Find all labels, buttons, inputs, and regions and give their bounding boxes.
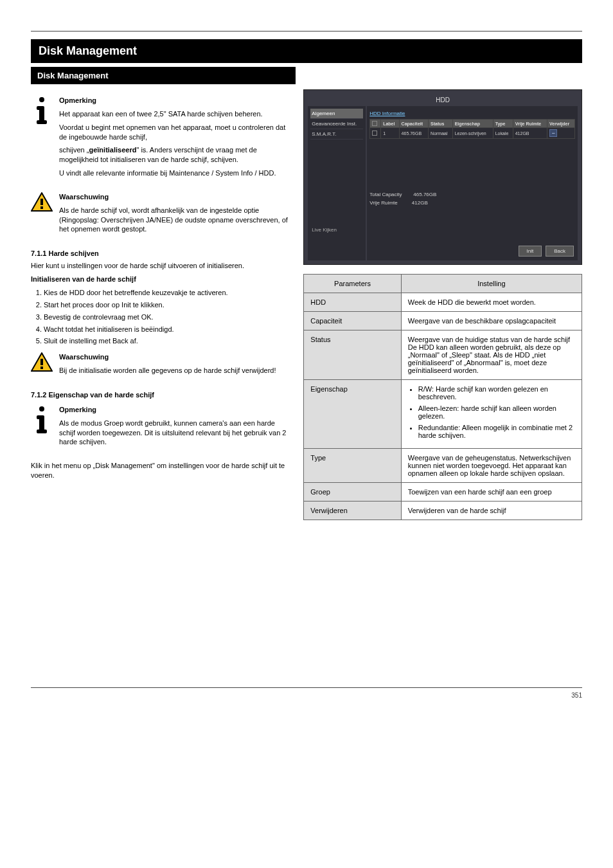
two-columns: Opmerking Het apparaat kan een of twee 2… — [31, 89, 582, 520]
info-icon — [31, 96, 53, 124]
cell-param: Type — [304, 449, 401, 483]
svg-rect-12 — [37, 415, 42, 419]
th-setting: Instelling — [401, 275, 582, 293]
cell-status: Normaal — [429, 128, 453, 139]
cell-value: Verwijderen van de harde schijf — [401, 502, 582, 520]
th-vrij: Vrije Ruimte — [513, 120, 547, 128]
cell-value: Weergave van de geheugenstatus. Netwerks… — [401, 449, 582, 483]
list-item: Alleen-lezen: harde schijf kan alleen wo… — [418, 404, 575, 420]
th-param: Parameters — [304, 275, 401, 293]
cell-label: 1 — [381, 128, 399, 139]
svg-rect-2 — [37, 106, 42, 110]
table-row: Eigenschap R/W: Harde schijf kan worden … — [304, 380, 582, 449]
cell-param: Eigenschap — [304, 380, 401, 449]
note-info-1: Opmerking Het apparaat kan een of twee 2… — [31, 96, 288, 182]
dm-p1-pre: Klik in het menu op „Disk Management" om… — [31, 462, 204, 469]
cell-param: Groep — [304, 483, 401, 502]
ss-main: HDD Informatie Label Capaciteit Status E… — [367, 106, 578, 260]
page-footer: 351 — [31, 687, 582, 699]
table-row[interactable]: 1 465.76GB Normaal Lezen-schrijven Lokal… — [370, 128, 575, 139]
note-info-2: Opmerking Als de modus Groep wordt gebru… — [31, 405, 288, 451]
svg-rect-9 — [40, 366, 43, 369]
heading-prop: 7.1.2 Eigenschap van de harde schijf — [31, 391, 288, 399]
sub-banner: Disk Management — [31, 67, 296, 84]
table-header-row: Label Capaciteit Status Eigenschap Type … — [370, 120, 575, 128]
ss-summary: Total Capacity 465.76GB Vrije Ruimte 412… — [369, 190, 575, 207]
note-title: Opmerking — [59, 96, 288, 105]
th-label: Label — [381, 120, 399, 128]
left-column: Opmerking Het apparaat kan een of twee 2… — [31, 89, 288, 520]
hdd-steps: Kies de HDD door het betreffende keuzeva… — [31, 288, 288, 346]
th-status: Status — [429, 120, 453, 128]
cell-value: Weergave van de huidige status van de ha… — [401, 330, 582, 380]
note-body: Opmerking Het apparaat kan een of twee 2… — [59, 96, 288, 182]
sidebar-item-adv[interactable]: Geavanceerde Inst. — [310, 119, 363, 129]
sum-fr-label: Vrije Ruimte — [369, 200, 397, 206]
dm-paragraph: Klik in het menu op „Disk Management" om… — [31, 461, 288, 480]
cell-value: Week de HDD die bewerkt moet worden. — [401, 293, 582, 312]
heading-hdd: 7.1.1 Harde schijven — [31, 249, 288, 257]
table-row: Type Weergave van de geheugenstatus. Net… — [304, 449, 582, 483]
th-eig: Eigenschap — [452, 120, 493, 128]
table-header-row: Parameters Instelling — [304, 275, 582, 293]
note-text: Voordat u begint met opnemen van het app… — [59, 123, 288, 142]
th-cap: Capaciteit — [399, 120, 428, 128]
table-row: Verwijderen Verwijderen van de harde sch… — [304, 502, 582, 520]
list-item: Start het proces door op Init te klikken… — [44, 300, 288, 310]
ss-sidebar: Algemeen Geavanceerde Inst. S.M.A.R.T. L… — [308, 106, 366, 260]
back-button[interactable]: Back — [546, 246, 574, 257]
init-button[interactable]: Init — [519, 246, 542, 257]
table-row: Groep Toewijzen van een harde schijf aan… — [304, 483, 582, 502]
th-verw: Verwijder — [547, 120, 575, 128]
note-body: Opmerking Als de modus Groep wordt gebru… — [59, 405, 288, 451]
svg-rect-8 — [40, 359, 43, 365]
warn-title: Waarschuwing — [59, 352, 276, 362]
note-text: schijven „geïnitialiseerd" is. Anders ve… — [59, 145, 288, 165]
sidebar-item-algemeen[interactable]: Algemeen — [310, 109, 363, 119]
right-column: HDD Algemeen Geavanceerde Inst. S.M.A.R.… — [303, 89, 582, 520]
warning-1: Waarschuwing Als de harde schijf vol, wo… — [31, 192, 288, 238]
sum-tc-label: Total Capacity — [369, 192, 402, 197]
warning-2: Waarschuwing Bij de initialisatie worden… — [31, 352, 288, 379]
cell-param: Status — [304, 330, 401, 380]
cell-type: Lokale — [493, 128, 513, 139]
top-rule — [31, 31, 582, 32]
note-text: Als de modus Groep wordt gebruikt, kunne… — [59, 419, 288, 448]
cell-param: HDD — [304, 293, 401, 312]
list-item: Redundantie: Alleen mogelijk in combinat… — [418, 424, 575, 439]
row-checkbox[interactable] — [372, 131, 377, 136]
warning-icon — [31, 192, 53, 212]
sidebar-item-smart[interactable]: S.M.A.R.T. — [310, 129, 363, 140]
warn-body: Waarschuwing Bij de initialisatie worden… — [59, 352, 276, 379]
hdd-p2: Initialiseren van de harde schijf — [31, 275, 288, 284]
note-title: Opmerking — [59, 405, 288, 415]
svg-rect-6 — [40, 206, 43, 209]
svg-rect-3 — [37, 120, 47, 124]
parameters-table: Parameters Instelling HDD Week de HDD di… — [303, 274, 582, 520]
table-row: Capaciteit Weergave van de beschikbare o… — [304, 312, 582, 330]
app-screenshot: HDD Algemeen Geavanceerde Inst. S.M.A.R.… — [303, 89, 582, 265]
sum-fr-val: 412GB — [412, 200, 428, 206]
list-item: Sluit de instelling met Back af. — [44, 336, 288, 346]
warn-text: Als de harde schijf vol, wordt afhankeli… — [59, 206, 288, 235]
list-item: Kies de HDD door het betreffende keuzeva… — [44, 288, 288, 298]
cell-param: Verwijderen — [304, 502, 401, 520]
cell-vrij: 412GB — [513, 128, 547, 139]
cell-param: Capaciteit — [304, 312, 401, 330]
note-text: Het apparaat kan een of twee 2,5" SATA h… — [59, 109, 288, 119]
ss-tab-hdd-info[interactable]: HDD Informatie — [369, 111, 405, 116]
cell-value: Weergave van de beschikbare opslagcapaci… — [401, 312, 582, 330]
delete-icon[interactable]: − — [549, 129, 557, 137]
checkbox-icon[interactable] — [372, 121, 377, 126]
list-item: Wacht totdat het initialiseren is beëind… — [44, 325, 288, 334]
note-text: U vindt alle relevante informatie bij Ma… — [59, 168, 288, 178]
svg-rect-13 — [37, 429, 47, 433]
svg-rect-5 — [40, 199, 43, 205]
page-number: 351 — [571, 692, 582, 699]
cell-eig: Lezen-schrijven — [452, 128, 493, 139]
th-type: Type — [493, 120, 513, 128]
sidebar-live[interactable]: Live Kijken — [310, 225, 363, 235]
list-item: Bevestig de controlevraag met OK. — [44, 312, 288, 322]
warn-text: Bij de initialisatie worden alle gegeven… — [59, 366, 276, 375]
svg-point-0 — [39, 97, 44, 102]
